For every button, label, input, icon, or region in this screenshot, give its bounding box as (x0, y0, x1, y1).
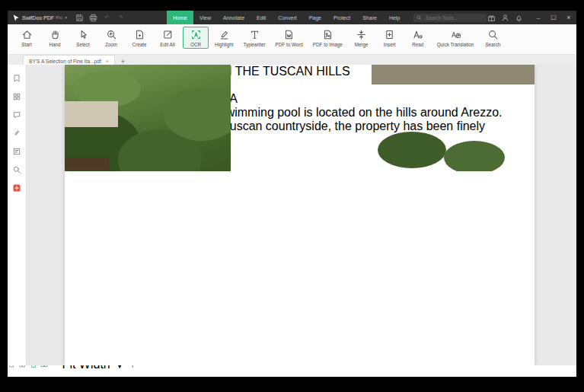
title-bar: SwifDoo PDF Pro ▼ ↶ ↷ Home View Annotate… (8, 11, 576, 24)
hand-icon (49, 29, 61, 40)
read-button[interactable]: Read (405, 27, 431, 49)
home-icon (21, 29, 33, 40)
pdf-to-image-button[interactable]: PDF to Image (309, 27, 346, 49)
read-icon (412, 29, 423, 40)
app-window: SwifDoo PDF Pro ▼ ↶ ↷ Home View Annotate… (8, 11, 576, 377)
edit-icon (162, 29, 174, 40)
garden-cypress-photo (372, 65, 535, 171)
pdf-to-word-icon (283, 29, 295, 40)
select-button[interactable]: Select (70, 27, 96, 49)
thumbnails-icon[interactable] (12, 92, 21, 101)
insert-page-icon (384, 29, 395, 40)
search-tools-box[interactable] (413, 14, 487, 22)
insert-button[interactable]: Insert (377, 27, 403, 49)
ocr-icon (190, 29, 202, 40)
upgrade-icon[interactable] (12, 183, 21, 193)
ocr-button[interactable]: OCR (183, 27, 209, 49)
search-icon (416, 15, 422, 21)
interior-photo (65, 65, 135, 170)
redo-icon[interactable]: ↷ (115, 13, 126, 22)
search-panel-icon[interactable] (12, 165, 21, 174)
signature-icon[interactable] (12, 147, 21, 156)
left-panel-rail (8, 65, 27, 365)
highlight-button[interactable]: Highlight (211, 27, 238, 49)
maximize-button[interactable]: ☐ (546, 11, 561, 24)
zoom-button[interactable]: Zoom (98, 27, 124, 49)
account-icon[interactable] (501, 14, 509, 22)
create-button[interactable]: Create (126, 27, 152, 49)
attachment-icon[interactable] (12, 129, 21, 138)
quick-translation-button[interactable]: Quick Translation (433, 27, 478, 49)
menu-share[interactable]: Share (356, 11, 383, 24)
typewriter-button[interactable]: Typewriter (240, 27, 270, 49)
create-file-icon (134, 29, 145, 40)
app-badge: Pro (56, 15, 62, 20)
menu-home[interactable]: Home (167, 11, 193, 24)
start-button[interactable]: Start (14, 27, 40, 49)
menu-convert[interactable]: Convert (272, 11, 303, 24)
highlighter-icon (219, 29, 230, 40)
merge-button[interactable]: Merge (349, 27, 375, 49)
main-toolbar: Start Hand Select Zoom Create Edit All O… (8, 24, 576, 55)
menu-edit[interactable]: Edit (251, 11, 272, 24)
print-icon[interactable] (88, 13, 98, 22)
titlebar-right-icons (487, 14, 523, 22)
typewriter-icon (249, 29, 260, 40)
app-logo-icon (12, 14, 20, 22)
save-icon[interactable] (74, 13, 85, 22)
minimize-button[interactable]: – (531, 11, 546, 24)
gift-icon[interactable] (487, 14, 496, 22)
pdf-page: EXQUISITE FARMHOUSE ON THE TUSCAN HILLS … (65, 65, 535, 365)
merge-icon (356, 29, 367, 40)
app-title: SwifDoo PDF (22, 15, 54, 21)
comments-icon[interactable] (12, 110, 21, 120)
menu-bar: Home View Annotate Edit Convert Page Pro… (167, 11, 406, 24)
menu-help[interactable]: Help (383, 11, 406, 24)
window-controls: – ☐ × (531, 11, 576, 24)
app-menu-caret-icon[interactable]: ▼ (64, 15, 68, 20)
undo-icon[interactable]: ↶ (101, 13, 112, 22)
notification-bell-icon[interactable] (515, 14, 523, 22)
edit-all-button[interactable]: Edit All (155, 27, 180, 49)
menu-view[interactable]: View (193, 11, 217, 24)
pdf-to-word-button[interactable]: PDF to Word (272, 27, 307, 49)
search-doc-icon (487, 29, 499, 40)
bookmark-icon[interactable] (12, 74, 21, 83)
content-area: EXQUISITE FARMHOUSE ON THE TUSCAN HILLS … (8, 65, 576, 365)
menu-page[interactable]: Page (303, 11, 327, 24)
zoom-icon (106, 29, 117, 40)
pdf-to-image-icon (322, 29, 333, 40)
menu-annotate[interactable]: Annotate (217, 11, 251, 24)
search-button[interactable]: Search (480, 27, 506, 49)
translate-icon (450, 29, 461, 40)
menu-protect[interactable]: Protect (327, 11, 356, 24)
hand-button[interactable]: Hand (42, 27, 68, 49)
close-window-button[interactable]: × (561, 11, 576, 24)
cursor-icon (78, 29, 89, 40)
tab-close-icon[interactable]: × (106, 59, 109, 64)
search-tools-input[interactable] (424, 14, 480, 21)
document-viewport[interactable]: EXQUISITE FARMHOUSE ON THE TUSCAN HILLS … (27, 65, 576, 365)
tab-title: BY'S A Selection of Fine Ita...pdf (29, 59, 101, 64)
